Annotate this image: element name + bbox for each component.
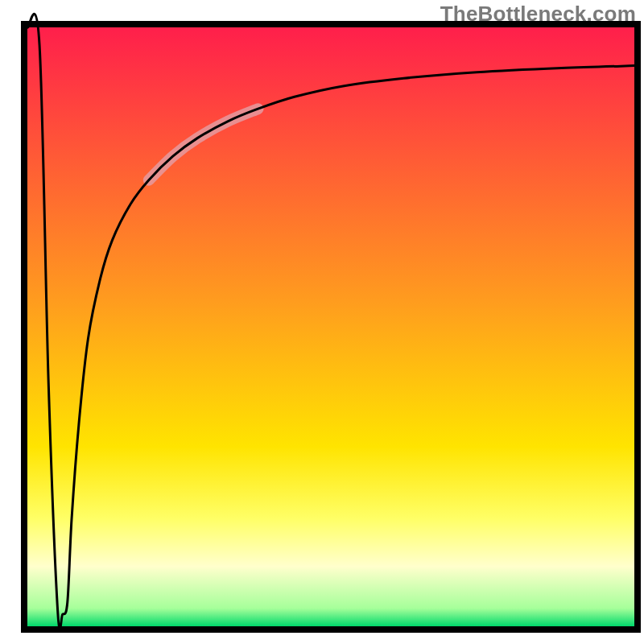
bottleneck-curve-chart	[0, 0, 644, 644]
chart-background	[27, 27, 634, 626]
chart-stage: TheBottleneck.com	[0, 0, 644, 644]
